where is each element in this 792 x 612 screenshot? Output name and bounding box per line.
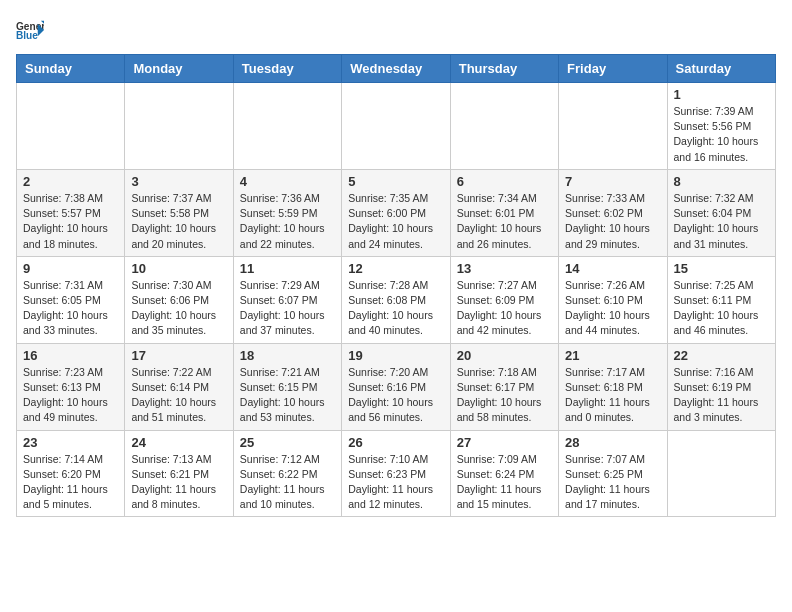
column-header-sunday: Sunday xyxy=(17,55,125,83)
day-info: Sunrise: 7:37 AM Sunset: 5:58 PM Dayligh… xyxy=(131,191,226,252)
day-number: 28 xyxy=(565,435,660,450)
day-number: 4 xyxy=(240,174,335,189)
day-info: Sunrise: 7:10 AM Sunset: 6:23 PM Dayligh… xyxy=(348,452,443,513)
day-info: Sunrise: 7:27 AM Sunset: 6:09 PM Dayligh… xyxy=(457,278,552,339)
calendar-header-row: SundayMondayTuesdayWednesdayThursdayFrid… xyxy=(17,55,776,83)
calendar-cell: 16Sunrise: 7:23 AM Sunset: 6:13 PM Dayli… xyxy=(17,343,125,430)
calendar-cell: 4Sunrise: 7:36 AM Sunset: 5:59 PM Daylig… xyxy=(233,169,341,256)
calendar-cell: 7Sunrise: 7:33 AM Sunset: 6:02 PM Daylig… xyxy=(559,169,667,256)
calendar-cell xyxy=(17,83,125,170)
day-number: 27 xyxy=(457,435,552,450)
column-header-wednesday: Wednesday xyxy=(342,55,450,83)
day-number: 8 xyxy=(674,174,769,189)
calendar-cell: 18Sunrise: 7:21 AM Sunset: 6:15 PM Dayli… xyxy=(233,343,341,430)
day-info: Sunrise: 7:13 AM Sunset: 6:21 PM Dayligh… xyxy=(131,452,226,513)
day-info: Sunrise: 7:14 AM Sunset: 6:20 PM Dayligh… xyxy=(23,452,118,513)
calendar-cell: 13Sunrise: 7:27 AM Sunset: 6:09 PM Dayli… xyxy=(450,256,558,343)
day-info: Sunrise: 7:34 AM Sunset: 6:01 PM Dayligh… xyxy=(457,191,552,252)
day-info: Sunrise: 7:31 AM Sunset: 6:05 PM Dayligh… xyxy=(23,278,118,339)
calendar-cell: 21Sunrise: 7:17 AM Sunset: 6:18 PM Dayli… xyxy=(559,343,667,430)
day-info: Sunrise: 7:29 AM Sunset: 6:07 PM Dayligh… xyxy=(240,278,335,339)
day-number: 5 xyxy=(348,174,443,189)
day-number: 13 xyxy=(457,261,552,276)
day-number: 23 xyxy=(23,435,118,450)
day-number: 10 xyxy=(131,261,226,276)
logo: General Blue xyxy=(16,16,48,44)
day-info: Sunrise: 7:25 AM Sunset: 6:11 PM Dayligh… xyxy=(674,278,769,339)
calendar-cell: 23Sunrise: 7:14 AM Sunset: 6:20 PM Dayli… xyxy=(17,430,125,517)
day-number: 26 xyxy=(348,435,443,450)
calendar-cell: 19Sunrise: 7:20 AM Sunset: 6:16 PM Dayli… xyxy=(342,343,450,430)
day-info: Sunrise: 7:38 AM Sunset: 5:57 PM Dayligh… xyxy=(23,191,118,252)
calendar-cell: 17Sunrise: 7:22 AM Sunset: 6:14 PM Dayli… xyxy=(125,343,233,430)
calendar-cell xyxy=(125,83,233,170)
day-number: 22 xyxy=(674,348,769,363)
calendar-cell: 9Sunrise: 7:31 AM Sunset: 6:05 PM Daylig… xyxy=(17,256,125,343)
calendar-cell: 11Sunrise: 7:29 AM Sunset: 6:07 PM Dayli… xyxy=(233,256,341,343)
day-info: Sunrise: 7:30 AM Sunset: 6:06 PM Dayligh… xyxy=(131,278,226,339)
calendar-cell: 22Sunrise: 7:16 AM Sunset: 6:19 PM Dayli… xyxy=(667,343,775,430)
calendar-cell: 8Sunrise: 7:32 AM Sunset: 6:04 PM Daylig… xyxy=(667,169,775,256)
day-info: Sunrise: 7:12 AM Sunset: 6:22 PM Dayligh… xyxy=(240,452,335,513)
calendar-cell: 25Sunrise: 7:12 AM Sunset: 6:22 PM Dayli… xyxy=(233,430,341,517)
day-info: Sunrise: 7:09 AM Sunset: 6:24 PM Dayligh… xyxy=(457,452,552,513)
day-info: Sunrise: 7:17 AM Sunset: 6:18 PM Dayligh… xyxy=(565,365,660,426)
calendar-cell: 5Sunrise: 7:35 AM Sunset: 6:00 PM Daylig… xyxy=(342,169,450,256)
day-number: 3 xyxy=(131,174,226,189)
calendar-cell: 10Sunrise: 7:30 AM Sunset: 6:06 PM Dayli… xyxy=(125,256,233,343)
day-info: Sunrise: 7:32 AM Sunset: 6:04 PM Dayligh… xyxy=(674,191,769,252)
calendar-cell: 12Sunrise: 7:28 AM Sunset: 6:08 PM Dayli… xyxy=(342,256,450,343)
calendar-week-row: 9Sunrise: 7:31 AM Sunset: 6:05 PM Daylig… xyxy=(17,256,776,343)
calendar-week-row: 2Sunrise: 7:38 AM Sunset: 5:57 PM Daylig… xyxy=(17,169,776,256)
calendar-cell: 14Sunrise: 7:26 AM Sunset: 6:10 PM Dayli… xyxy=(559,256,667,343)
calendar-cell: 26Sunrise: 7:10 AM Sunset: 6:23 PM Dayli… xyxy=(342,430,450,517)
day-number: 7 xyxy=(565,174,660,189)
day-number: 9 xyxy=(23,261,118,276)
day-number: 12 xyxy=(348,261,443,276)
day-info: Sunrise: 7:16 AM Sunset: 6:19 PM Dayligh… xyxy=(674,365,769,426)
calendar-cell: 27Sunrise: 7:09 AM Sunset: 6:24 PM Dayli… xyxy=(450,430,558,517)
day-number: 16 xyxy=(23,348,118,363)
column-header-thursday: Thursday xyxy=(450,55,558,83)
column-header-tuesday: Tuesday xyxy=(233,55,341,83)
day-number: 18 xyxy=(240,348,335,363)
calendar-cell xyxy=(342,83,450,170)
logo-icon: General Blue xyxy=(16,16,44,44)
day-number: 21 xyxy=(565,348,660,363)
calendar-cell: 28Sunrise: 7:07 AM Sunset: 6:25 PM Dayli… xyxy=(559,430,667,517)
calendar-cell xyxy=(233,83,341,170)
calendar-cell xyxy=(667,430,775,517)
calendar-cell: 24Sunrise: 7:13 AM Sunset: 6:21 PM Dayli… xyxy=(125,430,233,517)
day-number: 2 xyxy=(23,174,118,189)
calendar-cell: 6Sunrise: 7:34 AM Sunset: 6:01 PM Daylig… xyxy=(450,169,558,256)
page-header: General Blue xyxy=(16,16,776,44)
calendar-cell xyxy=(559,83,667,170)
day-info: Sunrise: 7:33 AM Sunset: 6:02 PM Dayligh… xyxy=(565,191,660,252)
calendar-week-row: 16Sunrise: 7:23 AM Sunset: 6:13 PM Dayli… xyxy=(17,343,776,430)
day-number: 19 xyxy=(348,348,443,363)
day-number: 11 xyxy=(240,261,335,276)
day-info: Sunrise: 7:21 AM Sunset: 6:15 PM Dayligh… xyxy=(240,365,335,426)
day-number: 14 xyxy=(565,261,660,276)
day-number: 20 xyxy=(457,348,552,363)
day-number: 1 xyxy=(674,87,769,102)
day-info: Sunrise: 7:28 AM Sunset: 6:08 PM Dayligh… xyxy=(348,278,443,339)
day-number: 24 xyxy=(131,435,226,450)
day-info: Sunrise: 7:35 AM Sunset: 6:00 PM Dayligh… xyxy=(348,191,443,252)
calendar-week-row: 23Sunrise: 7:14 AM Sunset: 6:20 PM Dayli… xyxy=(17,430,776,517)
day-info: Sunrise: 7:39 AM Sunset: 5:56 PM Dayligh… xyxy=(674,104,769,165)
svg-text:Blue: Blue xyxy=(16,30,38,41)
day-number: 6 xyxy=(457,174,552,189)
calendar-cell: 20Sunrise: 7:18 AM Sunset: 6:17 PM Dayli… xyxy=(450,343,558,430)
day-number: 25 xyxy=(240,435,335,450)
day-number: 17 xyxy=(131,348,226,363)
day-info: Sunrise: 7:26 AM Sunset: 6:10 PM Dayligh… xyxy=(565,278,660,339)
day-info: Sunrise: 7:18 AM Sunset: 6:17 PM Dayligh… xyxy=(457,365,552,426)
calendar-week-row: 1Sunrise: 7:39 AM Sunset: 5:56 PM Daylig… xyxy=(17,83,776,170)
day-info: Sunrise: 7:22 AM Sunset: 6:14 PM Dayligh… xyxy=(131,365,226,426)
day-info: Sunrise: 7:36 AM Sunset: 5:59 PM Dayligh… xyxy=(240,191,335,252)
column-header-saturday: Saturday xyxy=(667,55,775,83)
day-info: Sunrise: 7:23 AM Sunset: 6:13 PM Dayligh… xyxy=(23,365,118,426)
calendar: SundayMondayTuesdayWednesdayThursdayFrid… xyxy=(16,54,776,517)
column-header-monday: Monday xyxy=(125,55,233,83)
